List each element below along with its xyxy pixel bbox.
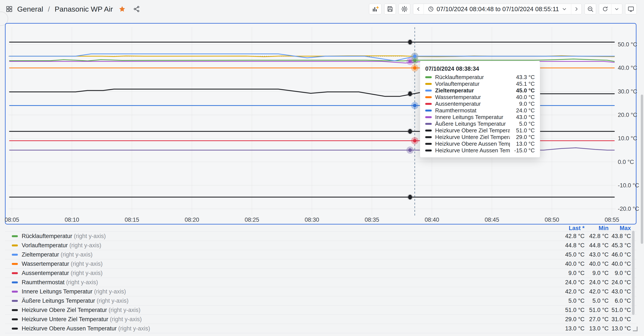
legend-max-value: 43.8 °C: [608, 233, 631, 239]
legend-last-value: 24.0 °C: [559, 279, 584, 286]
series-marker: [413, 139, 416, 142]
legend-min-value: 24.0 °C: [584, 279, 608, 286]
series-color-swatch: [12, 300, 18, 302]
y-tick-label: 10.0 °C: [618, 135, 637, 142]
legend-last-value: 44.8 °C: [559, 242, 584, 249]
legend-series-name[interactable]: Aussentemperatur (right y-axis): [22, 270, 559, 276]
panel-resize-grip[interactable]: [633, 326, 638, 331]
series-color-swatch: [12, 328, 18, 329]
legend-row[interactable]: Raumthermostat (right y-axis)24.0 °C24.0…: [5, 277, 636, 287]
tooltip-row: Vorlauftemperatur45.1 °C: [425, 81, 535, 87]
legend-series-name[interactable]: Äußere Leitungs Temperatur (right y-axis…: [22, 297, 559, 304]
tooltip-series-value: 45.1 °C: [512, 81, 535, 87]
legend-row[interactable]: Heizkurve Untere Ziel Temperatur (right …: [5, 314, 636, 324]
y-tick-label: -20.0 °C: [618, 206, 639, 212]
tooltip-series-value: 13.0 °C: [512, 141, 535, 147]
time-series-plot[interactable]: [0, 0, 644, 228]
legend-axis-note: (right y-axis): [71, 270, 102, 276]
series-color-swatch: [425, 110, 432, 112]
legend-last-value: 29.0 °C: [559, 316, 584, 323]
series-color-swatch: [425, 83, 432, 85]
legend-min-value: 42.8 °C: [584, 233, 608, 239]
legend-min-value: 51.0 °C: [584, 307, 608, 313]
legend-max-value: 43.0 °C: [608, 288, 631, 295]
series-marker: [413, 66, 416, 70]
tooltip-row: Heizkurve Obere Aussen Temperatur13.0 °C: [425, 141, 535, 147]
legend-last-value: 40.0 °C: [559, 261, 584, 267]
x-tick-label: 08:50: [544, 217, 559, 223]
y-tick-label: -10.0 °C: [618, 182, 639, 189]
legend-row[interactable]: Innere Leitungs Temperatur (right y-axis…: [5, 287, 636, 296]
legend-series-name[interactable]: Rücklauftemperatur (right y-axis): [22, 233, 559, 239]
legend-max-value: 31.0 °C: [608, 316, 631, 323]
tooltip-row: Heizkurve Untere Ziel Temperatur29.0 °C: [425, 134, 535, 141]
series-color-swatch: [425, 76, 432, 78]
legend-series-name[interactable]: Heizkurve Untere Ziel Temperatur (right …: [22, 316, 559, 323]
legend-row[interactable]: Wassertemperatur (right y-axis)40.0 °C40…: [5, 259, 636, 268]
legend-row[interactable]: Äußere Leitungs Temperatur (right y-axis…: [5, 296, 636, 305]
legend-series-name[interactable]: Vorlauftemperatur (right y-axis): [22, 242, 559, 249]
tooltip-series-name: Äußere Leitungs Temperatur: [435, 121, 510, 127]
tooltip-series-name: Heizkurve Obere Ziel Temperatur: [435, 127, 510, 134]
legend-last-value: 9.0 °C: [559, 270, 584, 276]
legend-min-value: 40.0 °C: [584, 261, 608, 267]
series-color-swatch: [12, 244, 18, 246]
tooltip-series-name: Vorlauftemperatur: [435, 81, 510, 87]
y-tick-label: 20.0 °C: [618, 112, 637, 118]
legend-axis-note: (right y-axis): [96, 297, 128, 304]
legend-series-name[interactable]: Heizkurve Obere Aussen Temperatur (right…: [22, 325, 559, 332]
legend-row[interactable]: Heizkurve Obere Ziel Temperatur (right y…: [5, 305, 636, 314]
legend-row[interactable]: Aussentemperatur (right y-axis)9.0 °C9.0…: [5, 268, 636, 277]
tooltip-row: Heizkurve Untere Aussen Temperatur-15.0 …: [425, 147, 535, 154]
page-scrollbar[interactable]: [641, 95, 643, 244]
series-marker: [413, 104, 416, 107]
legend-sort-last[interactable]: Last *: [559, 225, 584, 232]
legend-series-name[interactable]: Zieltemperatur (right y-axis): [22, 251, 559, 258]
legend-min-value: 43.0 °C: [584, 251, 608, 258]
legend-row[interactable]: Heizkurve Obere Aussen Temperatur (right…: [5, 324, 636, 333]
y-tick-label: 50.0 °C: [618, 41, 637, 48]
tooltip-row: Äußere Leitungs Temperatur5.0 °C: [425, 121, 535, 127]
tooltip-series-value: 43.3 °C: [512, 74, 535, 81]
legend-sort-min[interactable]: Min: [584, 225, 608, 232]
legend-table: Last * Min Max Rücklauftemperatur (right…: [5, 225, 636, 333]
legend-last-value: 42.0 °C: [559, 288, 584, 295]
legend-series-name[interactable]: Wassertemperatur (right y-axis): [22, 261, 559, 267]
x-tick-label: 08:55: [605, 217, 619, 223]
tooltip-series-name: Rücklauftemperatur: [435, 74, 510, 81]
tooltip-series-name: Aussentemperatur: [435, 101, 510, 107]
tooltip-series-name: Heizkurve Untere Aussen Temperatur: [435, 147, 510, 154]
tooltip-series-value: 29.0 °C: [512, 134, 535, 141]
legend-axis-note: (right y-axis): [71, 261, 103, 267]
tooltip-series-value: 9.0 °C: [512, 101, 535, 107]
legend-series-name[interactable]: Raumthermostat (right y-axis): [22, 279, 559, 286]
tooltip-row: Aussentemperatur9.0 °C: [425, 101, 535, 107]
legend-min-value: 42.0 °C: [584, 288, 608, 295]
legend-series-name[interactable]: Innere Leitungs Temperatur (right y-axis…: [22, 288, 559, 295]
legend-max-value: 46.0 °C: [608, 251, 631, 258]
legend-max-value: 13.0 °C: [608, 325, 631, 332]
legend-axis-note: (right y-axis): [69, 242, 101, 249]
series-color-swatch: [12, 318, 18, 320]
legend-series-name[interactable]: Heizkurve Obere Ziel Temperatur (right y…: [22, 307, 559, 313]
series-color-swatch: [12, 235, 18, 237]
legend-last-value: 5.0 °C: [559, 297, 584, 304]
x-tick-label: 08:25: [245, 217, 259, 223]
legend-row[interactable]: Zieltemperatur (right y-axis)45.0 °C43.0…: [5, 250, 636, 259]
tooltip-rows: Rücklauftemperatur43.3 °CVorlauftemperat…: [425, 74, 535, 154]
tooltip-series-value: 40.0 °C: [512, 94, 535, 101]
tooltip-series-name: Raumthermostat: [435, 107, 510, 114]
series-color-swatch: [425, 143, 432, 145]
legend-axis-note: (right y-axis): [66, 279, 98, 285]
legend-row[interactable]: Rücklauftemperatur (right y-axis)42.8 °C…: [5, 231, 636, 241]
legend-row[interactable]: Vorlauftemperatur (right y-axis)44.8 °C4…: [5, 241, 636, 250]
legend-last-value: 51.0 °C: [559, 307, 584, 313]
legend-min-value: 44.8 °C: [584, 242, 608, 249]
tooltip-series-name: Wassertemperatur: [435, 94, 510, 101]
tooltip-row: Innere Leitungs Temperatur43.0 °C: [425, 114, 535, 121]
tooltip-series-name: Zieltemperatur: [435, 87, 510, 94]
series-color-swatch: [425, 103, 432, 105]
legend-sort-max[interactable]: Max: [608, 225, 631, 232]
legend-header-row: Last * Min Max: [5, 225, 636, 231]
legend-scrollbar[interactable]: [632, 231, 634, 315]
